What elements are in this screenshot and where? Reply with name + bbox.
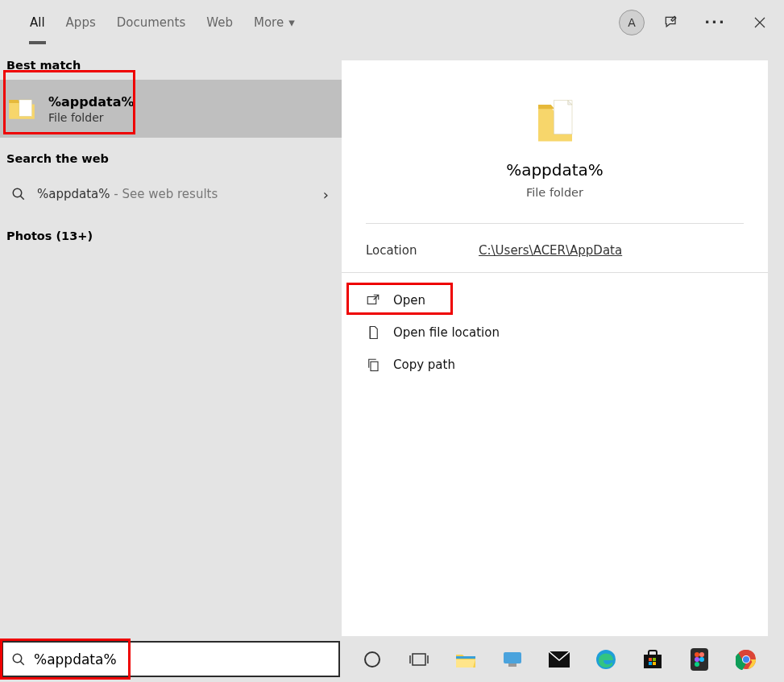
tab-all[interactable]: All (19, 0, 56, 44)
action-open-location[interactable]: Open file location (350, 316, 760, 349)
svg-rect-10 (508, 663, 516, 667)
location-label: Location (366, 243, 479, 258)
preview-subtitle: File folder (366, 186, 744, 224)
chrome-icon[interactable] (730, 643, 762, 676)
svg-rect-4 (371, 362, 378, 370)
location-value[interactable]: C:\Users\ACER\AppData (479, 243, 622, 258)
copy-icon (366, 358, 380, 372)
svg-point-6 (365, 652, 380, 667)
location-row: Location C:\Users\ACER\AppData (342, 224, 768, 273)
web-suffix: - See web results (110, 187, 218, 201)
avatar-letter: A (628, 16, 636, 29)
svg-rect-15 (653, 658, 656, 661)
action-label: Open file location (393, 325, 500, 340)
preview-pane: %appdata% File folder Location C:\Users\… (342, 60, 768, 636)
highlight-annotation (0, 639, 131, 680)
tab-label: Web (206, 15, 233, 30)
chevron-right-icon: › (323, 186, 329, 203)
svg-rect-2 (554, 101, 572, 134)
svg-rect-7 (413, 654, 425, 665)
svg-rect-13 (644, 655, 662, 668)
app-icon[interactable] (496, 643, 529, 676)
svg-rect-9 (504, 652, 521, 663)
svg-point-21 (695, 657, 699, 662)
edge-icon[interactable] (590, 643, 622, 676)
more-options-icon[interactable]: ··· (697, 4, 733, 40)
store-icon[interactable] (637, 643, 669, 676)
tab-label: More (254, 15, 284, 30)
figma-icon[interactable] (683, 643, 716, 676)
section-search-web: Search the web (0, 138, 342, 173)
svg-rect-14 (649, 658, 652, 661)
svg-point-23 (695, 662, 699, 667)
tab-label: Apps (66, 15, 96, 30)
feedback-icon[interactable] (653, 4, 689, 40)
filter-tabs: All Apps Documents Web More▾ (19, 0, 305, 44)
preview-title: %appdata% (342, 160, 768, 180)
web-query: %appdata% (37, 187, 110, 201)
tab-label: All (30, 15, 45, 30)
svg-point-22 (699, 657, 704, 662)
action-label: Copy path (393, 358, 455, 372)
task-view-icon[interactable] (403, 643, 435, 676)
file-explorer-icon[interactable] (450, 643, 482, 676)
cortana-icon[interactable] (356, 643, 388, 676)
open-location-icon (366, 325, 380, 340)
highlight-annotation (346, 283, 453, 315)
svg-rect-17 (653, 662, 656, 665)
tab-web[interactable]: Web (196, 0, 243, 44)
search-icon (11, 187, 26, 201)
close-button[interactable] (741, 4, 778, 40)
svg-point-19 (695, 652, 699, 657)
top-bar: All Apps Documents Web More▾ A ··· (0, 0, 784, 44)
actions-list: Open Open file location Copy path (342, 273, 768, 392)
web-result-row[interactable]: %appdata% - See web results › (0, 173, 342, 215)
preview-folder-icon (533, 93, 578, 151)
tab-label: Documents (117, 15, 186, 30)
results-list: Best match %appdata% File folder Search … (0, 44, 342, 636)
search-body: Best match %appdata% File folder Search … (0, 44, 784, 636)
taskbar-apps (356, 643, 762, 676)
svg-point-20 (699, 652, 704, 657)
user-avatar[interactable]: A (619, 10, 645, 35)
mail-icon[interactable] (543, 643, 575, 676)
svg-point-26 (743, 656, 749, 663)
svg-rect-8 (456, 656, 475, 659)
tab-documents[interactable]: Documents (106, 0, 197, 44)
ellipsis-icon: ··· (704, 14, 726, 31)
tab-more[interactable]: More▾ (243, 0, 305, 44)
section-photos[interactable]: Photos (13+) (0, 215, 342, 250)
highlight-annotation (3, 70, 135, 134)
taskbar (0, 636, 784, 682)
svg-rect-16 (649, 662, 652, 665)
chevron-down-icon: ▾ (288, 15, 295, 30)
top-right-controls: A ··· (619, 4, 778, 40)
tab-apps[interactable]: Apps (56, 0, 106, 44)
svg-point-1 (13, 188, 22, 197)
action-copy-path[interactable]: Copy path (350, 349, 760, 381)
